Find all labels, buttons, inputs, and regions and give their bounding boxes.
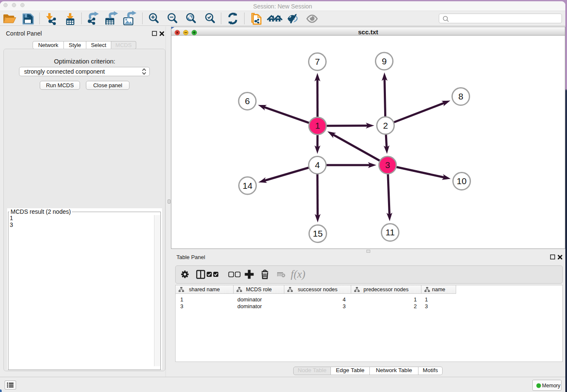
- svg-text:2: 2: [383, 121, 388, 130]
- svg-text:f(x): f(x): [291, 268, 306, 280]
- svg-text:4: 4: [315, 160, 320, 170]
- svg-text:14: 14: [242, 181, 253, 190]
- svg-text:6: 6: [245, 96, 250, 106]
- svg-text:3: 3: [385, 160, 390, 170]
- svg-text:7: 7: [315, 57, 320, 66]
- svg-text:8: 8: [458, 91, 463, 101]
- svg-text:15: 15: [313, 229, 322, 238]
- svg-text:1: 1: [315, 121, 320, 130]
- svg-text:11: 11: [385, 227, 395, 237]
- svg-text:9: 9: [382, 56, 387, 66]
- svg-text:10: 10: [457, 176, 466, 186]
